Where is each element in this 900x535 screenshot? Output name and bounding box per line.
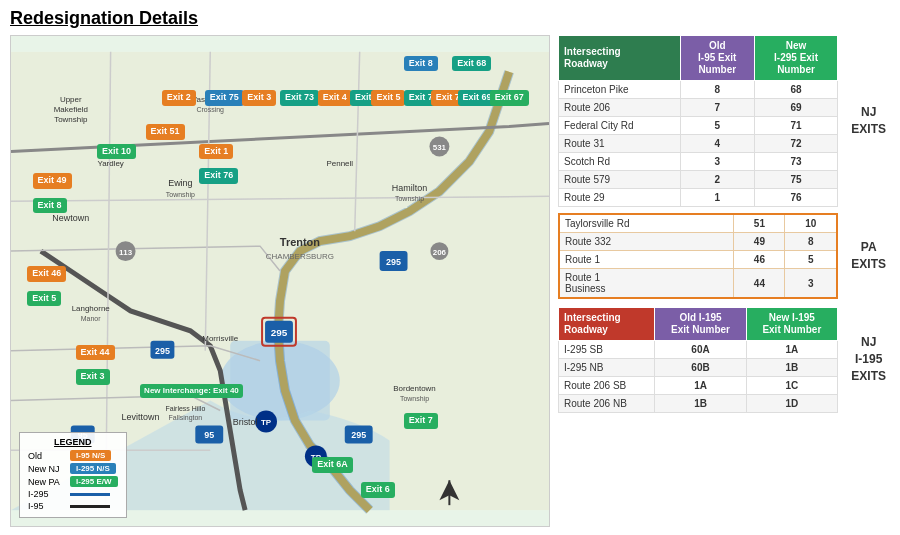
exit-badge-49: Exit 49 — [33, 173, 72, 189]
map-area: 295 295 295 95 95 295 — [10, 35, 550, 527]
col-old-exit: OldI-95 ExitNumber — [680, 36, 755, 81]
exit-badge-76: Exit 76 — [199, 168, 238, 184]
svg-text:Crossing: Crossing — [197, 106, 225, 114]
col-roadway: IntersectingRoadway — [559, 36, 681, 81]
svg-text:Manor: Manor — [81, 315, 101, 322]
svg-text:TP: TP — [261, 418, 272, 427]
exit-badge-2: Exit 2 — [162, 90, 196, 106]
exit-badge-7b: Exit 7 — [404, 413, 438, 429]
table-row: Route 1 46 5 — [559, 251, 837, 269]
svg-text:Newtown: Newtown — [52, 213, 89, 223]
svg-text:295: 295 — [351, 430, 366, 440]
table-row: Route 29 1 76 — [559, 189, 838, 207]
i195-col-old: Old I-195Exit Number — [655, 308, 746, 341]
svg-text:Township: Township — [400, 395, 429, 403]
i195-col-new: New I-195Exit Number — [746, 308, 837, 341]
i195-exits-table: IntersectingRoadway Old I-195Exit Number… — [558, 307, 838, 413]
table-row: Route 206 NB 1B 1D — [559, 395, 838, 413]
svg-text:Hamilton: Hamilton — [392, 183, 427, 193]
table-row: Taylorsville Rd 51 10 — [559, 214, 837, 233]
exit-badge-1: Exit 1 — [199, 144, 233, 160]
svg-text:Fallsington: Fallsington — [169, 414, 203, 422]
table-row: I-295 SB 60A 1A — [559, 341, 838, 359]
table-row: Route 1Business 44 3 — [559, 269, 837, 299]
exit-badge-75: Exit 75 — [205, 90, 244, 106]
table-row: Princeton Pike 8 68 — [559, 81, 838, 99]
nj-exits-table: IntersectingRoadway OldI-95 ExitNumber N… — [558, 35, 838, 207]
svg-text:295: 295 — [271, 327, 288, 338]
svg-text:Yardley: Yardley — [97, 159, 123, 168]
svg-text:Morrisville: Morrisville — [202, 334, 238, 343]
exit-badge-6: Exit 6 — [361, 482, 395, 498]
exit-badge-6a: Exit 6A — [312, 457, 353, 473]
svg-text:295: 295 — [155, 346, 170, 356]
svg-text:531: 531 — [433, 143, 447, 152]
svg-text:Bordentown: Bordentown — [393, 384, 436, 393]
exit-badge-44: Exit 44 — [76, 345, 115, 361]
table-row: Route 579 2 75 — [559, 171, 838, 189]
pa-table-wrapper: Taylorsville Rd 51 10 Route 332 49 8 Rou… — [558, 213, 838, 299]
table-row: Federal City Rd 5 71 — [559, 117, 838, 135]
svg-text:Makefield: Makefield — [54, 105, 88, 114]
svg-text:206: 206 — [433, 248, 447, 257]
exit-badge-5: Exit 5 — [371, 90, 405, 106]
exit-badge-8b: Exit 8 — [33, 198, 67, 214]
svg-text:Bristol: Bristol — [233, 417, 258, 427]
i195-exits-label: NJI-195EXITS — [851, 334, 886, 384]
svg-text:Township: Township — [166, 191, 195, 199]
exit-badge-4: Exit 4 — [318, 90, 352, 106]
i195-table-wrapper: IntersectingRoadway Old I-195Exit Number… — [558, 305, 838, 413]
table-row: Scotch Rd 3 73 — [559, 153, 838, 171]
pa-exits-table: Taylorsville Rd 51 10 Route 332 49 8 Rou… — [558, 213, 838, 299]
svg-text:295: 295 — [386, 257, 401, 267]
exit-badge-46: Exit 46 — [27, 266, 66, 282]
svg-text:Upper: Upper — [60, 95, 82, 104]
page-title: Redesignation Details — [10, 8, 890, 29]
col-new-exit: NewI-295 ExitNumber — [755, 36, 838, 81]
tables-container: IntersectingRoadway OldI-95 ExitNumber N… — [558, 35, 838, 527]
table-row: Route 206 7 69 — [559, 99, 838, 117]
exit-badge-73: Exit 73 — [280, 90, 319, 106]
exit-badge-67: Exit 67 — [490, 90, 529, 106]
exit-badge-68: Exit 68 — [452, 56, 491, 72]
exit-badge-3b: Exit 3 — [76, 369, 110, 385]
svg-text:113: 113 — [119, 248, 133, 257]
svg-text:CHAMBERSBURG: CHAMBERSBURG — [266, 252, 334, 261]
svg-text:Ewing: Ewing — [168, 178, 192, 188]
exit-badge-3: Exit 3 — [242, 90, 276, 106]
svg-text:Fairless Hillo: Fairless Hillo — [165, 405, 205, 412]
nj-exits-label: NJEXITS — [851, 104, 886, 138]
nj-table-wrapper: IntersectingRoadway OldI-95 ExitNumber N… — [558, 35, 838, 207]
table-row: I-295 NB 60B 1B — [559, 359, 838, 377]
table-row: Route 31 4 72 — [559, 135, 838, 153]
i195-col-roadway: IntersectingRoadway — [559, 308, 655, 341]
svg-text:Trenton: Trenton — [280, 236, 320, 248]
exit-badge-5b: Exit 5 — [27, 291, 61, 307]
exit-badge-new40: New Interchange: Exit 40 — [140, 384, 243, 398]
legend-title: LEGEND — [28, 437, 118, 447]
svg-text:95: 95 — [204, 430, 214, 440]
svg-text:Pennell: Pennell — [326, 159, 353, 168]
exit-badge-51: Exit 51 — [146, 124, 185, 140]
exit-badge-8: Exit 8 — [404, 56, 438, 72]
svg-text:Township: Township — [395, 195, 424, 203]
map-legend: LEGEND Old I-95 N/S New NJ I-295 N/S New… — [19, 432, 127, 518]
svg-text:Levittown: Levittown — [122, 412, 160, 422]
table-row: Route 332 49 8 — [559, 233, 837, 251]
pa-exits-label: PAEXITS — [851, 239, 886, 273]
svg-text:Langhorne: Langhorne — [72, 304, 111, 313]
table-row: Route 206 SB 1A 1C — [559, 377, 838, 395]
svg-text:Township: Township — [54, 115, 88, 124]
exit-badge-10: Exit 10 — [97, 144, 136, 160]
